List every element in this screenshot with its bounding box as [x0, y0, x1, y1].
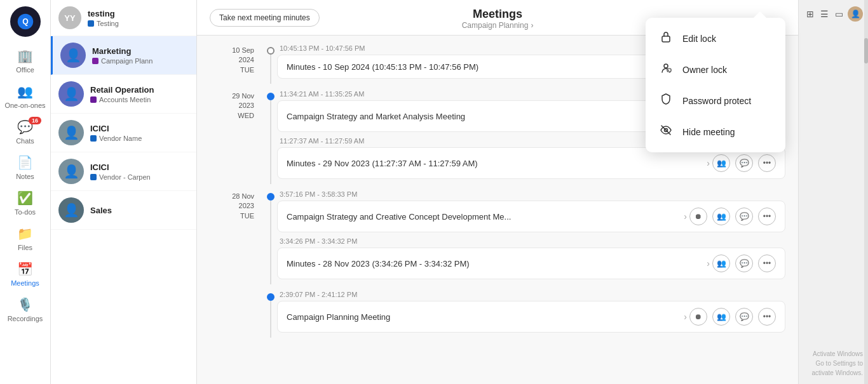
contact-item[interactable]: 👤 Sales [51, 191, 196, 230]
timeline [264, 44, 277, 84]
timeline-line [270, 55, 271, 84]
more-button[interactable]: ••• [758, 255, 776, 272]
chat-button[interactable]: 💬 [735, 308, 753, 326]
avatar: 👤 [58, 159, 84, 184]
meeting-row[interactable]: Campaign Strategy and Creative Concept D… [277, 201, 785, 232]
scrollbar-track[interactable] [864, 0, 868, 384]
sub-dot [88, 20, 94, 27]
timeline-dot-blue [267, 193, 275, 201]
sidebar-item-meetings[interactable]: 📅 Meetings [0, 256, 50, 292]
meeting-row[interactable]: Campaign Planning Meeting › ⏺ 👥 💬 ••• [277, 301, 785, 333]
chevron-right-icon: › [531, 21, 533, 30]
meeting-actions: 👥 💬 ••• [712, 255, 776, 272]
date-top: 10 Sep [232, 46, 254, 54]
contact-info: Marketing Campaign Plann [92, 46, 189, 65]
contact-sub: Accounts Meetin [90, 96, 189, 103]
chat-button[interactable]: 💬 [735, 208, 753, 225]
user-profile-button[interactable]: 👤 [848, 5, 863, 23]
record-button[interactable]: ⏺ [689, 308, 707, 326]
sidebar-item-recordings[interactable]: 🎙️ Recordings [0, 292, 50, 328]
timeline [264, 90, 277, 184]
meetings-block: 2:39:07 PM - 2:41:12 PM Campaign Plannin… [277, 291, 798, 338]
more-button[interactable]: ••• [758, 308, 776, 326]
edit-lock-menu-item[interactable]: Edit lock [646, 23, 785, 54]
meeting-row[interactable]: Minutes - 28 Nov 2023 (3:34:26 PM - 3:34… [277, 248, 785, 279]
more-button[interactable]: ••• [758, 154, 776, 172]
sidebar-item-notes[interactable]: 📄 Notes [0, 150, 50, 185]
more-button[interactable]: ••• [758, 208, 776, 225]
contact-info: testing Testing [88, 9, 189, 27]
owner-lock-menu-item[interactable]: Owner lock [646, 54, 785, 85]
meeting-title: Campaign Strategy and Creative Concept D… [287, 212, 684, 222]
contact-name: testing [88, 9, 189, 18]
contact-name: ICICI [90, 124, 189, 133]
timeline-dot-blue [267, 93, 275, 100]
contact-item[interactable]: 👤 Marketing Campaign Plann [51, 36, 196, 75]
timeline-line [270, 301, 271, 338]
app-logo: Q [10, 6, 41, 37]
date-year: 2023 [239, 202, 254, 209]
contact-sub-label: Vendor - Carpen [99, 173, 151, 181]
list-view-button[interactable]: ☰ [818, 5, 831, 23]
timeline-line [270, 201, 271, 284]
meeting-title: Minutes - 28 Nov 2023 (3:34:26 PM - 3:34… [287, 259, 707, 268]
breadcrumb: Campaign Planning › [462, 21, 534, 30]
todos-icon: ✅ [17, 190, 33, 206]
meetings-block: 3:57:16 PM - 3:58:33 PM Campaign Strateg… [277, 190, 798, 284]
password-protect-label: Password protect [682, 96, 751, 106]
contact-name: Retail Operation [90, 85, 189, 95]
contact-item[interactable]: YY testing Testing [51, 0, 196, 36]
lock-icon [658, 30, 674, 46]
sidebar-item-chats-label: Chats [16, 137, 34, 145]
record-button[interactable]: ⏺ [689, 208, 707, 225]
meeting-actions: ⏺ 👥 💬 ••• [689, 208, 776, 225]
password-protect-menu-item[interactable]: Password protect [646, 85, 785, 116]
scrollbar-thumb[interactable] [864, 38, 868, 63]
contact-info: ICICI Vendor Name [90, 124, 189, 142]
contact-item[interactable]: 👤 ICICI Vendor - Carpen [51, 152, 196, 191]
sidebar-item-todos[interactable]: ✅ To-dos [0, 185, 50, 221]
date-day: TUE [240, 212, 254, 220]
contact-sub-label: Vendor Name [99, 135, 142, 142]
right-panel-header: ⊞ ☰ ▭ 👤 [799, 0, 868, 28]
participants-button[interactable]: 👥 [712, 308, 730, 326]
timeline-dot-blue [267, 293, 275, 301]
hide-meeting-menu-item[interactable]: Hide meeting [646, 116, 785, 147]
window-view-button[interactable]: ▭ [833, 5, 845, 23]
sub-dot [92, 58, 98, 64]
chats-badge: 16 [29, 117, 41, 124]
contact-sub-label: Campaign Plann [101, 57, 153, 65]
sidebar-item-one-on-ones[interactable]: 👥 One-on-ones [0, 79, 50, 114]
sidebar-item-recordings-label: Recordings [8, 315, 43, 322]
avatar: 👤 [60, 43, 86, 68]
timeline-line [270, 100, 271, 184]
dropdown-arrow [754, 11, 766, 18]
recordings-icon: 🎙️ [17, 297, 33, 312]
participants-button[interactable]: 👥 [712, 208, 730, 225]
meeting-group: 28 Nov 2023 TUE 3:57:16 PM - 3:58:33 PM … [197, 190, 798, 284]
office-icon: 🏢 [17, 48, 33, 63]
time-label: 3:34:26 PM - 3:34:32 PM [277, 237, 785, 245]
sidebar-item-files[interactable]: 📁 Files [0, 221, 50, 256]
participants-button[interactable]: 👥 [712, 154, 730, 172]
chat-button[interactable]: 💬 [735, 154, 753, 172]
logo-icon: Q [17, 13, 34, 30]
activate-windows-notice: Activate Windows Go to Settings to activ… [799, 349, 863, 378]
chat-button[interactable]: 💬 [735, 255, 753, 272]
date-top: 28 Nov [232, 192, 254, 200]
take-minutes-button[interactable]: Take next meeting minutes [210, 9, 320, 27]
time-label: 2:39:07 PM - 2:41:12 PM [277, 291, 785, 298]
date-year: 2024 [239, 56, 254, 63]
owner-lock-label: Owner lock [682, 65, 727, 75]
sidebar-item-office[interactable]: 🏢 Office [0, 43, 50, 79]
sidebar-item-chats[interactable]: 16 💬 Chats [0, 114, 50, 150]
date-label: 29 Nov 2023 WED [207, 90, 264, 184]
timeline [264, 291, 277, 338]
participants-button[interactable]: 👥 [712, 255, 730, 272]
right-panel: ⊞ ☰ ▭ 👤 Activate Windows Go to Settings … [798, 0, 868, 384]
sub-dot [90, 96, 97, 103]
files-icon: 📁 [17, 226, 33, 241]
grid-view-button[interactable]: ⊞ [804, 5, 816, 23]
contact-item[interactable]: 👤 ICICI Vendor Name [51, 114, 196, 152]
contact-item[interactable]: 👤 Retail Operation Accounts Meetin [51, 75, 196, 114]
